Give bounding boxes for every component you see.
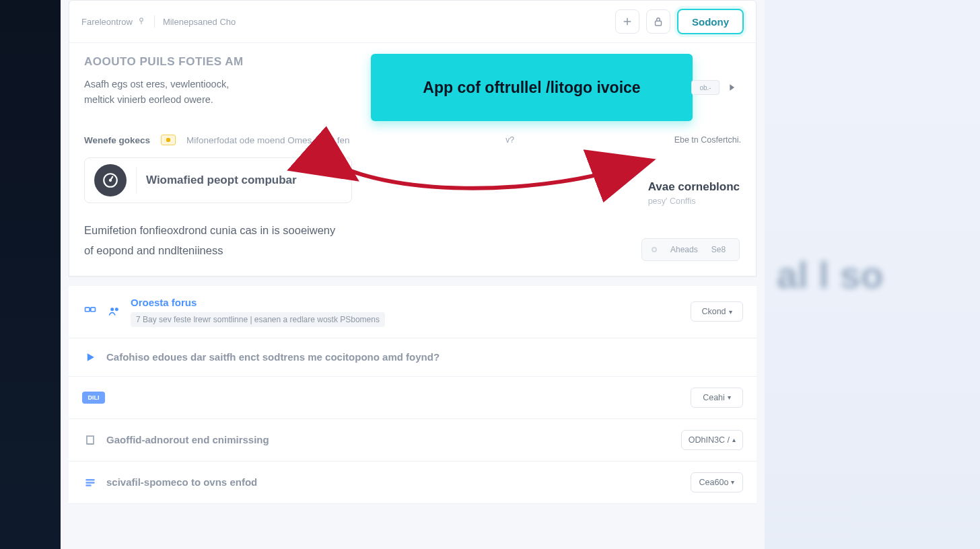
- list-row-4[interactable]: scivafil-spomeco to ovns enfod Cea60o ▾: [69, 462, 757, 504]
- combo-card[interactable]: Wiomafied peopt compubar: [84, 157, 352, 203]
- svg-rect-10: [85, 482, 94, 484]
- paragraph-line2: of eopond and nndlteniiness: [84, 244, 223, 256]
- page-subtitle: Asafh egs ost eres, vewlentioock, meltic…: [84, 77, 326, 108]
- filter-collapse-icon[interactable]: v?: [505, 135, 514, 145]
- right-info-sub: pesy' Conffis: [648, 196, 740, 206]
- breadcrumb-separator: [154, 15, 155, 28]
- primary-action-button[interactable]: Sodony: [677, 9, 744, 34]
- breadcrumb-a[interactable]: Fareleontrow: [81, 16, 146, 28]
- warning-badge-icon: [161, 135, 176, 145]
- list-row-2[interactable]: DILI Ceahi ▾: [69, 377, 757, 419]
- subtitle-line2: meltick vinierb eorleod owere.: [84, 94, 213, 105]
- panel-body: AOOUTO PUILS FOTIES AM Asafh egs ost ere…: [69, 43, 756, 276]
- chevron-down-icon: ▾: [728, 394, 731, 401]
- breadcrumb: Fareleontrow Milenepsaned Cho: [81, 15, 236, 28]
- svg-rect-11: [85, 484, 91, 486]
- callout-controls: ob.-: [691, 79, 740, 96]
- combo-text: Wiomafied peopt compubar: [146, 174, 297, 187]
- lock-button[interactable]: [646, 9, 670, 34]
- filter-label: Wenefe gokecs: [84, 135, 150, 145]
- calendar-group-icon: [82, 303, 98, 320]
- right-background-pane: al l so: [765, 0, 980, 549]
- row4-action-button[interactable]: Cea60o ▾: [691, 472, 743, 492]
- status-label-a: Aheads: [670, 245, 698, 254]
- row3-action-button[interactable]: ODhIN3C / ▴: [681, 430, 743, 450]
- svg-point-7: [115, 307, 118, 311]
- svg-point-0: [140, 17, 143, 21]
- tag-icon: DILI: [82, 392, 105, 404]
- svg-rect-8: [87, 436, 94, 444]
- chevron-down-icon: ▾: [729, 308, 732, 316]
- add-button[interactable]: [615, 9, 639, 34]
- list-row-1[interactable]: Cafohiso edoues dar saitfh enct sodtrens…: [69, 338, 757, 377]
- combo-divider: [136, 167, 137, 194]
- row0-sub: 7 Bay sev feste lrewr somtlinne | esanen…: [131, 312, 385, 327]
- row0-title: Oroesta forus: [131, 297, 385, 308]
- main-area: Fareleontrow Milenepsaned Cho Sodony: [61, 0, 765, 549]
- right-ghost-text: al l so: [777, 253, 884, 297]
- row2-btn-label: Ceahi: [703, 393, 725, 402]
- status-label-b: Se8: [711, 245, 726, 254]
- panel-top-bar: Fareleontrow Milenepsaned Cho Sodony: [69, 1, 756, 43]
- svg-point-3: [109, 179, 112, 182]
- top-actions: Sodony: [615, 9, 744, 34]
- filter-row: Wenefe gokecs Mifonerfodat ode moend Ome…: [84, 135, 741, 145]
- right-info-block: Avae corneblonc pesy' Conffis: [648, 180, 740, 206]
- top-panel: Fareleontrow Milenepsaned Cho Sodony: [69, 0, 757, 277]
- filter-right-link[interactable]: Ebe tn Cosfertchi.: [674, 135, 741, 145]
- filter-description: Mifonerfodat ode moend Omes nemt fen: [186, 135, 349, 145]
- list-row-3[interactable]: Gaoffid-adnorout end cnimirssing ODhIN3C…: [69, 419, 757, 462]
- callout-next-button[interactable]: [724, 79, 740, 96]
- svg-rect-1: [656, 21, 662, 26]
- row3-btn-label: ODhIN3C /: [689, 435, 730, 445]
- list-section: Oroesta forus 7 Bay sev feste lrewr somt…: [69, 286, 757, 504]
- row0-action-button[interactable]: Ckond ▾: [691, 301, 743, 322]
- pin-icon: [137, 16, 146, 28]
- svg-rect-5: [91, 307, 96, 312]
- chevron-down-icon: ▾: [731, 478, 734, 486]
- row4-title: scivafil-spomeco to ovns enfod: [106, 476, 257, 488]
- callout-chip: ob.-: [691, 80, 720, 95]
- list-icon: [82, 474, 98, 490]
- play-icon: [82, 349, 98, 365]
- svg-rect-4: [85, 307, 90, 312]
- gauge-icon: [94, 164, 127, 196]
- callout-banner: App cof oftrullel /litogo ivoice: [371, 54, 693, 121]
- row4-btn-label: Cea60o: [699, 478, 729, 487]
- callout-text: App cof oftrullel /litogo ivoice: [423, 79, 640, 97]
- subtitle-line1: Asafh egs ost eres, vewlentioock,: [84, 79, 229, 89]
- list-row-0[interactable]: Oroesta forus 7 Bay sev feste lrewr somt…: [69, 286, 757, 338]
- chevron-up-icon: ▴: [732, 436, 736, 443]
- svg-rect-9: [85, 479, 94, 481]
- breadcrumb-b-label: Milenepsaned Cho: [163, 17, 236, 27]
- breadcrumb-b[interactable]: Milenepsaned Cho: [163, 17, 236, 27]
- row3-title: Gaoffid-adnorout end cnimirssing: [106, 434, 269, 445]
- svg-point-6: [110, 307, 114, 311]
- row0-btn-label: Ckond: [701, 307, 726, 316]
- row2-action-button[interactable]: Ceahi ▾: [691, 388, 743, 408]
- building-icon: [82, 432, 98, 448]
- row1-title: Cafohiso edoues dar saitfh enct sodtrens…: [106, 351, 440, 363]
- people-icon: [106, 303, 123, 320]
- status-dot-icon: [652, 247, 657, 252]
- right-info-title: Avae corneblonc: [648, 180, 740, 194]
- body-paragraph: Eumifetion fonfieoxdrond cunia cas in is…: [84, 221, 461, 260]
- status-pill[interactable]: Aheads Se8: [641, 238, 740, 261]
- left-dark-strip: [0, 0, 61, 549]
- paragraph-line1: Eumifetion fonfieoxdrond cunia cas in is…: [84, 224, 335, 236]
- breadcrumb-a-label: Fareleontrow: [81, 17, 133, 27]
